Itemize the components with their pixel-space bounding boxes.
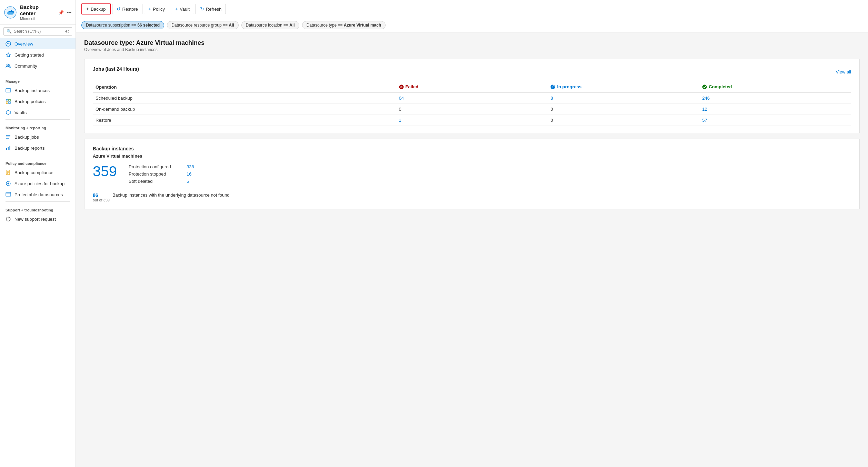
svg-rect-17 [9, 146, 10, 150]
sidebar-item-backup-compliance[interactable]: Backup compliance [0, 167, 76, 178]
filter-location-text: Datasource location == All [246, 23, 295, 28]
sidebar-item-azure-policies[interactable]: Azure policies for backup [0, 178, 76, 189]
backup-instances-card: Backup instances Azure Virtual machines … [84, 139, 860, 209]
backup-plus-icon: + [86, 6, 89, 12]
table-row: Restore 1 0 57 [93, 115, 851, 126]
section-support: Support + troubleshooting [0, 203, 76, 213]
divider-support [6, 201, 70, 202]
filter-datasource-subscription[interactable]: Datasource subscription == 66 selected [81, 21, 164, 29]
app-title: Backup center [20, 4, 55, 17]
failed-icon [399, 85, 404, 89]
sidebar-item-protectable-datasources-label: Protectable datasources [14, 192, 63, 197]
row-ondemand-op: On-demand backup [93, 103, 396, 115]
sidebar-collapse-button[interactable]: ≪ [64, 29, 69, 34]
sidebar-item-overview[interactable]: Overview [0, 38, 76, 49]
backup-policies-icon [6, 99, 11, 104]
sidebar-item-getting-started[interactable]: Getting started [0, 49, 76, 60]
policy-plus-icon: + [148, 6, 151, 12]
col-header-inprogress: In progress [548, 82, 699, 92]
content-area: Datasource type: Azure Virtual machines … [76, 32, 868, 467]
svg-rect-21 [6, 192, 11, 196]
footer-count-value[interactable]: 86 [93, 192, 98, 198]
sidebar-item-backup-jobs[interactable]: Backup jobs [0, 131, 76, 142]
instances-footer: 86 out of 359 Backup instances with the … [93, 188, 851, 202]
instances-row-configured: Protection configured 338 [129, 164, 851, 169]
sidebar-header: Backup center Microsoft 📌 ••• [0, 0, 76, 24]
instances-details: Protection configured 338 Protection sto… [129, 164, 851, 184]
sidebar-item-protectable-datasources[interactable]: Protectable datasources [0, 189, 76, 200]
section-policy: Policy and compliance [0, 157, 76, 167]
backup-compliance-icon [6, 170, 11, 175]
search-input[interactable] [14, 29, 62, 34]
svg-point-4 [9, 64, 10, 66]
protection-stopped-value[interactable]: 16 [187, 171, 191, 177]
svg-rect-15 [6, 148, 7, 150]
sidebar-item-azure-policies-label: Azure policies for backup [14, 181, 64, 186]
filter-datasource-resource-group[interactable]: Datasource resource group == All [167, 21, 238, 29]
col-header-completed: Completed [699, 82, 851, 92]
backup-button[interactable]: + Backup [81, 3, 111, 14]
sidebar-item-backup-reports-label: Backup reports [14, 146, 44, 151]
vault-button[interactable]: + Vault [171, 4, 194, 14]
jobs-table-header-row: Operation Failed In progress [93, 82, 851, 92]
row-restore-failed[interactable]: 1 [396, 115, 548, 126]
page-subtitle: Overview of Jobs and Backup instances [84, 47, 860, 52]
svg-rect-7 [7, 91, 7, 91]
svg-point-28 [702, 85, 707, 89]
filter-datasource-location[interactable]: Datasource location == All [241, 21, 299, 29]
svg-rect-10 [6, 102, 8, 103]
svg-rect-11 [9, 102, 10, 103]
sidebar: Backup center Microsoft 📌 ••• 🔍 ≪ Overvi… [0, 0, 76, 467]
sidebar-item-vaults[interactable]: Vaults [0, 107, 76, 118]
sidebar-item-backup-reports[interactable]: Backup reports [0, 142, 76, 153]
header-actions: 📌 ••• [58, 10, 71, 15]
refresh-button[interactable]: ↻ Refresh [196, 4, 226, 14]
view-all-link[interactable]: View all [836, 69, 851, 74]
table-row: On-demand backup 0 0 12 [93, 103, 851, 115]
instances-row-soft-deleted: Soft deleted 5 [129, 179, 851, 184]
restore-button[interactable]: ↺ Restore [112, 4, 143, 14]
filter-datasource-type[interactable]: Datasource type == Azure Virtual mach [302, 21, 386, 29]
completed-icon [702, 85, 707, 89]
backup-instances-icon [6, 88, 11, 93]
svg-point-3 [7, 64, 9, 66]
row-restore-completed[interactable]: 57 [699, 115, 851, 126]
row-ondemand-failed: 0 [396, 103, 548, 115]
sidebar-item-community[interactable]: Community [0, 60, 76, 71]
section-manage: Manage [0, 74, 76, 85]
svg-rect-9 [9, 99, 10, 101]
sidebar-item-backup-policies[interactable]: Backup policies [0, 96, 76, 107]
svg-rect-16 [8, 147, 9, 150]
pin-icon[interactable]: 📌 [58, 10, 64, 15]
backup-reports-icon [6, 145, 11, 151]
footer-out-of-label: out of 359 [93, 198, 110, 202]
jobs-card-title: Jobs (last 24 Hours) [93, 66, 139, 72]
support-icon [6, 216, 11, 222]
soft-deleted-value[interactable]: 5 [187, 179, 189, 184]
row-scheduled-inprogress[interactable]: 8 [548, 92, 699, 103]
page-title: Datasource type: Azure Virtual machines [84, 39, 860, 47]
sidebar-item-backup-instances[interactable]: Backup instances [0, 85, 76, 96]
protection-configured-value[interactable]: 338 [187, 164, 194, 169]
refresh-icon: ↻ [200, 6, 204, 12]
restore-icon: ↺ [117, 6, 121, 12]
overview-icon [6, 41, 11, 47]
community-icon [6, 63, 11, 69]
policy-button-label: Policy [153, 7, 165, 12]
jobs-table: Operation Failed In progress [93, 82, 851, 126]
row-ondemand-inprogress: 0 [548, 103, 699, 115]
svg-point-20 [8, 183, 9, 185]
app-subtitle: Microsoft [20, 17, 55, 21]
restore-button-label: Restore [122, 7, 138, 12]
more-options-icon[interactable]: ••• [67, 10, 71, 15]
policy-button[interactable]: + Policy [144, 4, 169, 14]
sidebar-item-new-support-request[interactable]: New support request [0, 213, 76, 225]
protection-stopped-label: Protection stopped [129, 171, 184, 177]
row-scheduled-failed[interactable]: 64 [396, 92, 548, 103]
jobs-card: Jobs (last 24 Hours) View all Operation … [84, 59, 860, 133]
instances-total-count[interactable]: 359 [93, 164, 120, 179]
app-title-block: Backup center Microsoft [20, 4, 55, 21]
row-ondemand-completed[interactable]: 12 [699, 103, 851, 115]
row-scheduled-completed[interactable]: 246 [699, 92, 851, 103]
svg-rect-8 [6, 99, 8, 101]
